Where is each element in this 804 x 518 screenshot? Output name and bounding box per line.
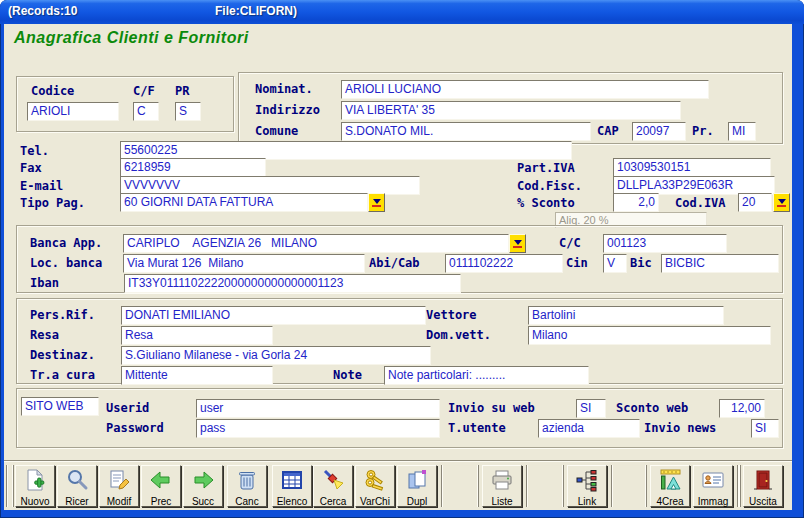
ricer-button[interactable]: Ricer [57,465,97,507]
comune-label: Comune [255,124,298,138]
t-utente-input[interactable]: azienda [538,419,640,438]
cod-iva-select[interactable]: 20 [738,193,772,212]
cf-label: C/F [133,84,155,98]
table-icon [280,468,304,496]
elenco-button[interactable]: Elenco [272,465,312,507]
immag-button[interactable]: Immag [693,465,733,507]
cin-input[interactable]: V [603,254,627,273]
prec-button[interactable]: Prec [141,465,181,507]
canc-button[interactable]: Canc [227,465,267,507]
destinaz-input[interactable]: S.Giuliano Milanese - via Gorla 24 [121,346,431,365]
title-bar[interactable]: (Records:10 File:CLIFORN) [0,0,804,24]
pr-input[interactable]: S [175,102,201,121]
destinaz-label: Destinaz. [30,348,95,362]
cap-input[interactable]: 20097 [632,122,686,141]
codice-groupbox: Codice C/F PR ARIOLI C S [16,76,234,132]
cc-input[interactable]: 001123 [603,234,727,253]
search-icon [65,468,89,496]
liste-button[interactable]: Liste [482,465,522,507]
link-tree-icon [575,468,599,496]
part-iva-input[interactable]: 10309530151 [613,158,771,177]
dupl-button[interactable]: Dupl [397,465,437,507]
banca-select[interactable]: CARIPLO AGENZIA 26 MILANO [123,234,509,253]
app-window: (Records:10 File:CLIFORN) Anagrafica Cli… [0,0,804,518]
arrow-left-icon [149,468,173,496]
comune-input[interactable]: S.DONATO MIL. [341,122,591,141]
dropdown-arrow-icon [373,199,381,204]
tipo-pag-dropdown-button[interactable] [368,193,385,212]
invio-web-input[interactable]: SI [576,399,606,418]
dom-vett-input[interactable]: Milano [528,326,771,345]
fax-input[interactable]: 6218959 [120,158,266,177]
sito-web-groupbox: SITO WEB Userid user Password pass Invio… [16,388,783,448]
nominativo-input[interactable]: ARIOLI LUCIANO [341,80,709,99]
banca-label: Banca App. [30,236,102,250]
sconto-web-input[interactable]: 12,00 [719,399,765,418]
cf-input[interactable]: C [133,102,159,121]
indirizzo-input[interactable]: VIA LIBERTA' 35 [341,101,681,120]
dropdown-redline-icon [777,205,786,207]
dropdown-arrow-icon [514,240,522,245]
toolbar-spacer [526,465,563,507]
dropdown-arrow-icon [778,199,786,204]
trash-icon [235,468,259,496]
succ-button[interactable]: Succ [183,465,223,507]
tr-a-cura-input[interactable]: Mittente [121,366,273,385]
edit-document-icon [107,468,131,496]
nuovo-button[interactable]: Nuovo [15,465,55,507]
iban-label: Iban [30,276,59,290]
t-utente-label: T.utente [448,421,506,435]
cod-iva-dropdown-button[interactable] [773,193,790,212]
cap-label: CAP [597,124,619,138]
userid-input[interactable]: user [196,399,440,418]
varchi-button[interactable]: VarChi [355,465,395,507]
part-iva-label: Part.IVA [517,161,575,175]
contact-card-icon [701,468,725,496]
tel-label: Tel. [20,144,49,158]
sito-web-input[interactable]: SITO WEB [21,397,99,416]
nominativo-label: Nominat. [255,82,313,96]
indirizzo-label: Indirizzo [255,103,320,117]
userid-label: Userid [106,401,149,415]
toolbar-spacer [441,465,478,507]
banca-dropdown-button[interactable] [509,234,526,253]
exit-door-icon [751,468,775,496]
cod-fisc-label: Cod.Fisc. [517,179,582,193]
sconto-web-label: Sconto web [616,401,688,415]
bic-input[interactable]: BICBIC [661,254,779,273]
page-title: Anagrafica Clienti e Fornitori [14,29,249,47]
provincia-input[interactable]: MI [728,122,756,141]
abicab-input[interactable]: 0111102222 [445,254,563,273]
vettore-label: Vettore [426,308,477,322]
printer-icon [490,468,514,496]
link-button[interactable]: Link [567,465,607,507]
email-label: E-mail [20,179,63,193]
invio-news-input[interactable]: SI [751,419,779,438]
loc-banca-label: Loc. banca [30,256,102,270]
invio-news-label: Invio news [644,421,716,435]
resa-label: Resa [30,328,59,342]
vettore-input[interactable]: Bartolini [528,306,724,325]
quattro-crea-button[interactable]: 4Crea [650,465,690,507]
toolbar-spacer [737,465,740,507]
resa-input[interactable]: Resa [121,326,273,345]
anagrafica-groupbox: Nominat. ARIOLI LUCIANO Indirizzo VIA LI… [238,72,783,144]
uscita-button[interactable]: Uscita [743,465,783,507]
password-label: Password [106,421,164,435]
iban-input[interactable]: IT33Y0111102222000000000000001123 [124,274,461,293]
pers-rif-input[interactable]: DONATI EMILIANO [121,306,426,325]
cerca-button[interactable]: Cerca [313,465,353,507]
modif-button[interactable]: Modif [99,465,139,507]
banca-groupbox: Banca App. CARIPLO AGENZIA 26 MILANO C/C… [16,225,783,293]
cc-label: C/C [559,236,581,250]
dropdown-redline-icon [513,246,522,248]
invio-web-label: Invio su web [448,401,535,415]
password-input[interactable]: pass [196,419,440,438]
note-input[interactable]: Note particolari: ......... [384,366,589,385]
tipo-pag-select[interactable]: 60 GIORNI DATA FATTURA [120,193,368,212]
codice-input[interactable]: ARIOLI [27,102,119,121]
toolbar-spacer [611,465,646,507]
sconto-input[interactable]: 2,0 [613,193,659,212]
loc-banca-input[interactable]: Via Murat 126 Milano [123,254,365,273]
titlebar-records-text: (Records:10 [8,4,77,18]
